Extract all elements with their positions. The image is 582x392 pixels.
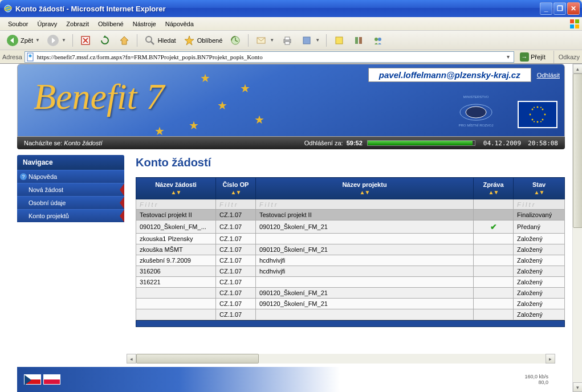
page-viewport: Benefit 7 ★ ★ ★ ★ ★ ★ pavel.loffelmann@p… xyxy=(0,64,582,392)
table-row[interactable]: zkušební 9.7.2009CZ.1.07hcdhvivjfiZalože… xyxy=(136,255,565,266)
table-cell xyxy=(256,234,474,244)
home-icon xyxy=(118,34,131,47)
menu-soubor[interactable]: Soubor xyxy=(3,18,32,30)
column-header[interactable]: Číslo OP▲▼ xyxy=(216,178,256,199)
go-arrow-icon: → xyxy=(520,52,529,62)
table-cell: 316206 xyxy=(136,266,216,277)
menubar: Soubor Úpravy Zobrazit Oblíbené Nástroje… xyxy=(0,17,582,31)
table-cell: CZ.1.07 xyxy=(216,309,256,320)
edit-button[interactable]: ▼ xyxy=(298,33,323,48)
column-header[interactable]: Název projektu▲▼ xyxy=(256,178,474,199)
scroll-down-button[interactable]: ▾ xyxy=(573,382,582,392)
table-row[interactable]: CZ.1.07090120_Školení_FM_21Založený xyxy=(136,288,565,299)
sidebar-item-3[interactable]: Konto projektů xyxy=(17,209,124,222)
column-header[interactable]: Název žádosti▲▼ xyxy=(136,178,216,199)
back-button[interactable]: Zpět ▼ xyxy=(3,33,43,48)
table-cell: hcdhvivjfi xyxy=(256,266,474,277)
table-row[interactable]: 090120_Školení_FM_...CZ.1.07090120_Škole… xyxy=(136,220,565,234)
check-icon: ✔ xyxy=(477,222,510,231)
history-button[interactable] xyxy=(226,33,245,48)
table-row[interactable]: Testovací projekt IICZ.1.07Testovací pro… xyxy=(136,210,565,220)
svg-rect-16 xyxy=(303,37,310,44)
window-title: Konto žádostí - Microsoft Internet Explo… xyxy=(15,5,540,13)
links-label[interactable]: Odkazy xyxy=(559,54,580,60)
svg-point-34 xyxy=(532,119,534,121)
menu-napoveda[interactable]: Nápověda xyxy=(161,18,198,30)
print-button[interactable] xyxy=(278,33,296,48)
table-cell: 090120_Školení_FM_21 xyxy=(256,220,474,234)
messenger-button[interactable] xyxy=(369,33,387,48)
back-label: Zpět xyxy=(21,37,33,44)
filter-cell[interactable]: F i l t r xyxy=(256,199,474,210)
table-row[interactable]: zkouška MŠMTCZ.1.07090120_Školení_FM_21Z… xyxy=(136,244,565,255)
table-cell: CZ.1.07 xyxy=(216,234,256,244)
svg-text:MINISTERSTVO: MINISTERSTVO xyxy=(463,95,489,99)
stop-icon xyxy=(79,34,92,47)
svg-point-23 xyxy=(29,54,31,57)
table-cell xyxy=(474,210,514,220)
go-button[interactable]: → Přejít xyxy=(516,51,549,63)
svg-point-36 xyxy=(534,107,535,108)
table-cell: Založený xyxy=(514,309,565,320)
vscroll-thumb[interactable] xyxy=(573,74,582,228)
sidebar-item-0[interactable]: ?Nápověda xyxy=(17,170,124,183)
polish-flag-icon[interactable] xyxy=(43,374,60,385)
menu-oblibene[interactable]: Oblíbené xyxy=(93,18,128,30)
menu-zobrazit[interactable]: Zobrazit xyxy=(62,18,93,30)
menu-upravy[interactable]: Úpravy xyxy=(32,18,62,30)
column-header[interactable]: Zpráva▲▼ xyxy=(474,178,514,199)
page-icon xyxy=(26,52,35,62)
filter-cell[interactable]: F i l t r xyxy=(514,199,565,210)
sidebar-item-1[interactable]: Nová žádost xyxy=(17,183,124,196)
scroll-left-button[interactable]: ◂ xyxy=(127,354,136,364)
logout-link[interactable]: Odhlásit xyxy=(537,72,560,79)
dropdown-icon: ▼ xyxy=(62,38,66,43)
table-cell: CZ.1.07 xyxy=(216,220,256,234)
table-cell: Založený xyxy=(514,288,565,299)
net-unit: kb/s xyxy=(539,374,548,379)
table-row[interactable]: zkouska1 PlzenskyCZ.1.07Založený xyxy=(136,234,565,244)
sidebar-item-2[interactable]: Osobní údaje xyxy=(17,196,124,209)
address-input[interactable] xyxy=(37,54,503,60)
maximize-button[interactable]: ❐ xyxy=(553,2,566,15)
stop-button[interactable] xyxy=(76,33,95,48)
home-button[interactable] xyxy=(115,33,133,48)
notes-button[interactable] xyxy=(330,33,348,48)
close-button[interactable]: ✕ xyxy=(567,2,580,15)
forward-button[interactable]: ▼ xyxy=(44,33,69,48)
address-input-wrap[interactable]: ▾ xyxy=(25,51,514,63)
star-icon: ★ xyxy=(189,119,199,132)
table-row[interactable]: 316221CZ.1.07Založený xyxy=(136,277,565,288)
search-button[interactable]: Hledat xyxy=(141,33,179,48)
star-icon: ★ xyxy=(217,99,227,112)
address-dropdown-icon[interactable]: ▾ xyxy=(503,54,512,60)
svg-point-9 xyxy=(146,36,152,42)
scroll-right-button[interactable]: ▸ xyxy=(546,354,555,364)
research-button[interactable] xyxy=(349,33,368,48)
mail-button[interactable]: ▼ xyxy=(252,33,277,48)
czech-flag-icon[interactable] xyxy=(24,374,41,385)
status-strip: Nacházíte se: Konto žádostí Odhlášení za… xyxy=(17,137,565,149)
table-row[interactable]: 316206CZ.1.07hcdhvivjfiZaložený xyxy=(136,266,565,277)
table-row[interactable]: CZ.1.07090120_Školení_FM_21Založený xyxy=(136,299,565,309)
filter-cell[interactable]: F i l t r xyxy=(216,199,256,210)
vertical-scrollbar[interactable]: ▴ ▾ xyxy=(572,64,582,392)
table-row[interactable]: CZ.1.07Založený xyxy=(136,309,565,320)
scroll-up-button[interactable]: ▴ xyxy=(573,64,582,74)
svg-point-32 xyxy=(532,109,534,111)
minimize-button[interactable]: _ xyxy=(540,2,552,15)
refresh-button[interactable] xyxy=(96,33,114,48)
horizontal-scrollbar[interactable]: ◂ ▸ xyxy=(127,354,555,364)
filter-cell[interactable] xyxy=(474,199,514,210)
table-cell: 090120_Školení_FM_... xyxy=(136,220,216,234)
menu-nastroje[interactable]: Nástroje xyxy=(128,18,161,30)
user-email: pavel.loffelmann@plzensky-kraj.cz xyxy=(368,68,531,82)
table-cell xyxy=(474,288,514,299)
hscroll-thumb[interactable] xyxy=(136,354,259,364)
breadcrumb-prefix: Nacházíte se: xyxy=(24,140,62,146)
favorites-button[interactable]: Oblíbené xyxy=(180,33,226,48)
filter-cell[interactable]: F i l t r xyxy=(136,199,216,210)
column-header[interactable]: Stav▲▼ xyxy=(514,178,565,199)
hscroll-track[interactable] xyxy=(136,354,546,364)
windows-flag-icon xyxy=(569,19,580,29)
